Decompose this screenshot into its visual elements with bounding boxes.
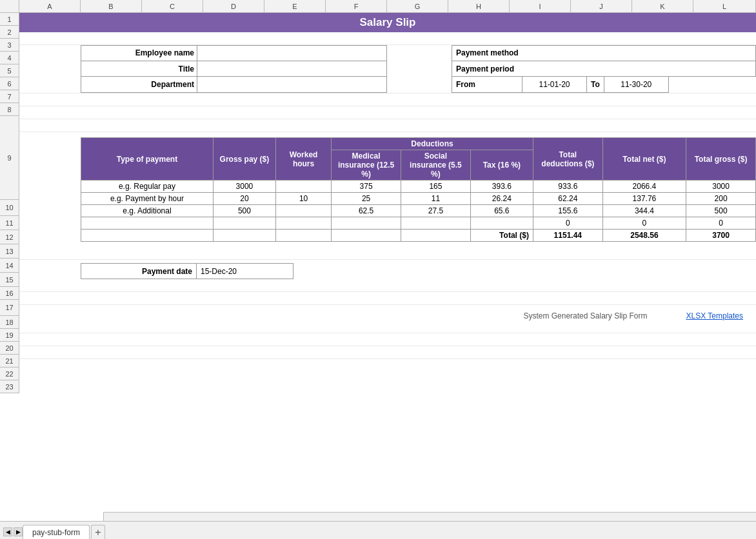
th-type-of-payment: Type of payment [81,138,214,181]
row-num-16: 16 [0,287,19,300]
column-headers: A B C D E F G H I J K L [0,0,756,13]
td-type-1: e.g. Payment by hour [81,193,214,205]
td-totalgross-0: 3000 [686,181,756,193]
td-totalnet-3: 0 [602,217,686,230]
col-header-k: K [632,0,693,12]
table-row: e.g. Additional 500 62.5 27.5 65.6 155.6… [81,205,756,217]
row-num-2: 2 [0,26,19,39]
td-social-3 [401,217,471,230]
row-num-23: 23 [0,380,19,393]
row-num-12: 12 [0,230,19,244]
from-label: From [452,77,522,93]
row-num-11: 11 [0,216,19,230]
row-19 [19,292,756,305]
payment-period-value [606,61,756,77]
col-header-c: C [142,0,203,12]
td-hours-3 [275,217,331,230]
row-num-5: 5 [0,64,19,77]
row-2-empty [19,32,756,45]
td-type-2: e.g. Additional [81,205,214,217]
th-total-deductions: Total deductions ($) [533,138,602,181]
payment-method-value[interactable] [606,45,756,61]
generated-text: System Generated Salary Slip Form [523,311,647,320]
to-value[interactable]: 11-30-20 [604,77,669,93]
row-numbers: 1 2 3 4 5 6 7 8 9 10 11 12 13 14 15 16 1… [0,13,19,393]
tab-bar: ◀ ▶ pay-stub-form + [0,521,756,539]
td-gross-1: 20 [213,193,275,205]
payment-method-label: Payment method [452,45,606,61]
row-num-15: 15 [0,273,19,287]
row-18 [19,279,756,292]
th-gross-pay: Gross pay ($) [213,138,275,181]
spreadsheet: A B C D E F G H I J K L 1 2 3 4 5 6 7 8 … [0,0,756,393]
sheet-body: 1 2 3 4 5 6 7 8 9 10 11 12 13 14 15 16 1… [0,13,756,393]
td-hours-0 [275,181,331,193]
td-total-deductions: 1151.44 [533,230,602,242]
td-totalnet-0: 2066.4 [602,181,686,193]
totals-row: Total ($) 1151.44 2548.56 3700 [81,230,756,242]
row-22 [19,333,756,346]
row-num-9: 9 [0,116,19,200]
td-tax-0: 393.6 [470,181,533,193]
col-header-l: L [693,0,756,12]
td-totalgross-2: 500 [686,205,756,217]
tab-nav: ◀ ▶ [3,527,23,536]
td-totalded-3: 0 [533,217,602,230]
table-row: 0 0 0 [81,217,756,230]
td-totals-empty-5 [401,230,471,242]
dept-label: Department [81,77,197,93]
th-total-net: Total net ($) [602,138,686,181]
employee-name-value[interactable] [197,45,387,61]
td-totalgross-3: 0 [686,217,756,230]
th-deductions: Deductions [332,138,533,150]
td-medical-1: 25 [332,193,401,205]
footer-row: System Generated Salary Slip Form XLSX T… [19,311,756,320]
dept-value[interactable] [197,77,387,93]
row-23 [19,346,756,359]
td-totalded-1: 62.24 [533,193,602,205]
th-total-gross: Total gross ($) [686,138,756,181]
title: Salary Slip [360,16,416,29]
row-num-3: 3 [0,39,19,52]
td-gross-2: 500 [213,205,275,217]
tab-next-btn[interactable]: ▶ [14,527,23,536]
th-tax: Tax (16 %) [470,150,533,181]
td-tax-1: 26.24 [470,193,533,205]
row-num-13: 13 [0,244,19,259]
payment-date-row: Payment date 15-Dec-20 [19,263,756,279]
row-num-8: 8 [0,103,19,116]
tab-pay-stub-form[interactable]: pay-stub-form [23,525,90,539]
td-totals-empty-2 [213,230,275,242]
row-num-21: 21 [0,355,19,368]
title-value[interactable] [197,61,387,77]
td-totals-empty-4 [332,230,401,242]
col-header-d: D [203,0,264,12]
horizontal-scrollbar[interactable] [103,512,756,521]
row-16 [19,247,756,260]
td-totalgross-1: 200 [686,193,756,205]
row-num-1: 1 [0,13,19,26]
title-label: Title [81,61,197,77]
xlsx-templates-link[interactable]: XLSX Templates [686,311,744,320]
td-total-gross: 3700 [686,230,756,242]
col-header-b: B [81,0,142,12]
td-medical-0: 375 [332,181,401,193]
payment-date-value[interactable]: 15-Dec-20 [197,263,293,279]
row-num-7: 7 [0,90,19,103]
row-num-10: 10 [0,200,19,216]
td-tax-3 [470,217,533,230]
table-row: e.g. Regular pay 3000 375 165 393.6 933.… [81,181,756,193]
row-num-22: 22 [0,368,19,380]
td-type-0: e.g. Regular pay [81,181,214,193]
col-header-j: J [571,0,632,12]
tab-add-button[interactable]: + [91,525,105,539]
employee-name-label: Employee name [81,45,197,61]
from-value[interactable]: 11-01-20 [522,77,587,93]
col-header-a: A [19,0,81,12]
row-num-17: 17 [0,300,19,316]
row-num-18: 18 [0,316,19,329]
row-num-6: 6 [0,77,19,90]
row-num-19: 19 [0,329,19,342]
td-totaldед-0: 933.6 [533,181,602,193]
tab-prev-btn[interactable]: ◀ [3,527,12,536]
